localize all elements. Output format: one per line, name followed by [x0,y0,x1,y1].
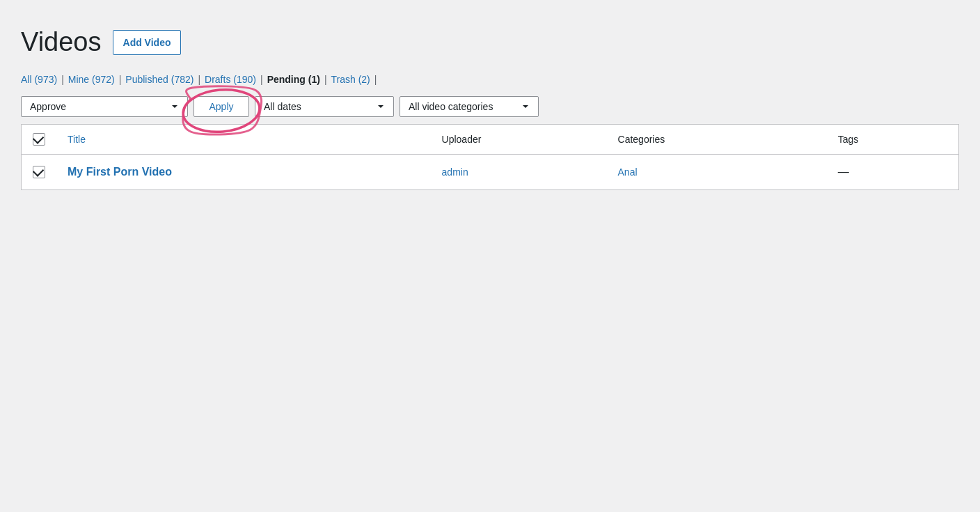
col-header-title[interactable]: Title [56,124,431,154]
page-header: Videos Add Video [21,28,959,57]
tags-value: — [838,166,849,178]
filter-links: All (973) | Mine (972) | Published (782)… [21,74,959,85]
table-header-row: Title Uploader Categories Tags [22,124,959,154]
filter-link-published[interactable]: Published (782) [125,74,193,85]
tags-cell: — [827,154,959,189]
apply-button-wrapper: Apply [193,96,249,117]
videos-table: Title Uploader Categories Tags My First … [21,124,959,190]
category-link[interactable]: Anal [618,166,638,178]
add-video-button[interactable]: Add Video [113,30,182,55]
col-header-tags: Tags [827,124,959,154]
apply-button[interactable]: Apply [193,96,249,117]
table-row: My First Porn Video admin Anal — [22,154,959,189]
col-header-categories: Categories [607,124,827,154]
bulk-action-select[interactable]: Approve [21,96,188,117]
filter-link-pending[interactable]: Pending (1) [267,74,320,85]
row-checkbox-cell[interactable] [22,154,57,189]
col-header-uploader: Uploader [431,124,607,154]
category-filter-select[interactable]: All video categories [400,96,539,117]
video-title-cell: My First Porn Video [56,154,431,189]
toolbar: Approve Apply All dates All video catego… [21,96,959,124]
row-checkbox[interactable] [33,166,45,178]
uploader-cell: admin [431,154,607,189]
filter-link-all[interactable]: All (973) [21,74,57,85]
filter-link-drafts[interactable]: Drafts (190) [205,74,256,85]
select-all-checkbox[interactable] [33,133,45,146]
categories-cell: Anal [607,154,827,189]
video-title-link[interactable]: My First Porn Video [68,166,172,178]
date-filter-select[interactable]: All dates [255,96,394,117]
select-all-header[interactable] [22,124,57,154]
page-title: Videos [21,28,102,57]
uploader-link[interactable]: admin [442,166,468,178]
filter-link-mine[interactable]: Mine (972) [68,74,115,85]
sort-title-link[interactable]: Title [68,134,86,145]
filter-link-trash[interactable]: Trash (2) [331,74,370,85]
